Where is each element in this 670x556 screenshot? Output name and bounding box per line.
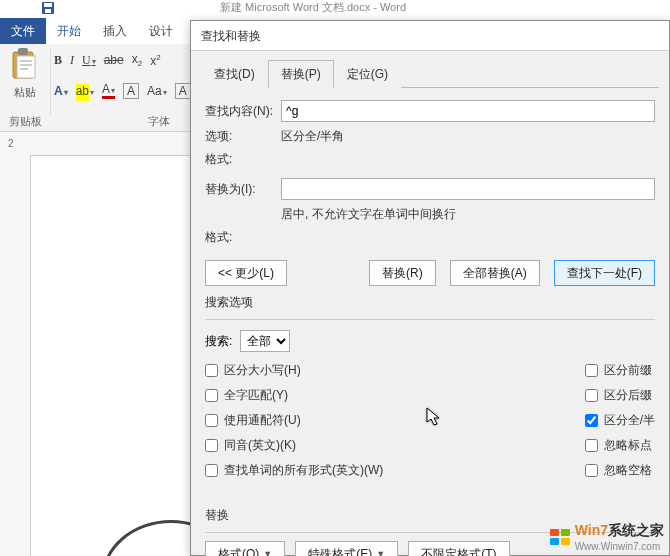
replace-note: 居中, 不允许文字在单词中间换行	[281, 206, 655, 223]
paste-icon	[2, 48, 48, 83]
font-row1: B I U▾ abe x2 x2	[54, 52, 161, 68]
less-button[interactable]: << 更少(L)	[205, 260, 287, 286]
svg-rect-1	[44, 3, 52, 7]
subscript-button[interactable]: x2	[132, 52, 142, 68]
search-direction-select[interactable]: 全部	[240, 330, 290, 352]
ruler-number: 2	[8, 138, 14, 149]
text-effects-button[interactable]: A▾	[54, 84, 68, 98]
tab-goto[interactable]: 定位(G)	[334, 60, 401, 88]
find-format-label: 格式:	[205, 151, 281, 168]
check-match-case[interactable]: 区分大小写(H)	[205, 362, 383, 379]
tab-replace[interactable]: 替换(P)	[268, 60, 334, 88]
superscript-button[interactable]: x2	[150, 53, 160, 68]
tab-home[interactable]: 开始	[46, 18, 92, 44]
check-prefix[interactable]: 区分前缀	[585, 362, 655, 379]
font-row2: A▾ ab▾ A▾ A Aa▾ A	[54, 82, 191, 99]
svg-rect-5	[17, 56, 35, 78]
svg-rect-2	[45, 9, 51, 13]
search-direction-label: 搜索:	[205, 333, 232, 350]
check-sounds-like[interactable]: 同音(英文)(K)	[205, 437, 383, 454]
file-tab[interactable]: 文件	[0, 18, 46, 44]
clipboard-group-label: 剪贴板	[4, 114, 46, 129]
tab-find[interactable]: 查找(D)	[201, 60, 268, 88]
paste-label: 粘贴	[2, 85, 48, 100]
watermark-url: Www.Winwin7.com	[575, 541, 661, 552]
check-wildcards[interactable]: 使用通配符(U)	[205, 412, 383, 429]
check-full-half[interactable]: 区分全/半	[585, 412, 655, 429]
replace-format-label: 格式:	[205, 229, 281, 246]
check-word-forms[interactable]: 查找单词的所有形式(英文)(W)	[205, 462, 383, 479]
dialog-title: 查找和替换	[191, 21, 669, 51]
special-button[interactable]: 特殊格式(E)▼	[295, 541, 398, 556]
svg-rect-6	[20, 60, 32, 62]
bold-button[interactable]: B	[54, 53, 62, 68]
save-icon[interactable]	[42, 2, 54, 14]
svg-rect-7	[20, 64, 32, 66]
window-title: 新建 Microsoft Word 文档.docx - Word	[220, 1, 406, 13]
font-color-button[interactable]: A▾	[102, 82, 115, 99]
replace-input[interactable]	[281, 178, 655, 200]
font-group-label: 字体	[148, 114, 170, 129]
highlight-button[interactable]: ab▾	[76, 84, 94, 98]
tab-insert[interactable]: 插入	[92, 18, 138, 44]
check-ignore-punct[interactable]: 忽略标点	[585, 437, 655, 454]
dialog-body: 查找内容(N): 选项: 区分全/半角 格式: 替换为(I): 居中, 不允许文…	[191, 88, 669, 556]
char-border-button[interactable]: A	[175, 83, 191, 99]
find-input[interactable]	[281, 100, 655, 122]
watermark: Win7系统之家 Www.Winwin7.com	[549, 522, 664, 552]
svg-rect-8	[20, 68, 28, 70]
options-value: 区分全/半角	[281, 128, 655, 145]
find-replace-dialog: 查找和替换 查找(D) 替换(P) 定位(G) 查找内容(N): 选项: 区分全…	[190, 20, 670, 556]
dialog-tabs: 查找(D) 替换(P) 定位(G)	[201, 59, 659, 88]
ribbon-separator	[50, 48, 51, 115]
watermark-brand: Win7系统之家	[575, 522, 664, 538]
replace-label: 替换为(I):	[205, 181, 281, 198]
checks-right: 区分前缀 区分后缀 区分全/半 忽略标点 忽略空格	[585, 362, 655, 479]
replace-button[interactable]: 替换(R)	[369, 260, 436, 286]
search-options-label: 搜索选项	[205, 294, 655, 311]
replace-all-button[interactable]: 全部替换(A)	[450, 260, 540, 286]
enclose-chars-button[interactable]: Aa▾	[147, 84, 167, 98]
format-button[interactable]: 格式(O)▼	[205, 541, 285, 556]
title-bar: 新建 Microsoft Word 文档.docx - Word	[0, 0, 670, 18]
options-label: 选项:	[205, 128, 281, 145]
no-format-button[interactable]: 不限定格式(T)	[408, 541, 509, 556]
char-shading-button[interactable]: A	[123, 83, 139, 99]
paste-group[interactable]: 粘贴	[2, 48, 48, 100]
tab-design[interactable]: 设计	[138, 18, 184, 44]
check-whole-word[interactable]: 全字匹配(Y)	[205, 387, 383, 404]
check-suffix[interactable]: 区分后缀	[585, 387, 655, 404]
strikethrough-button[interactable]: abe	[104, 53, 124, 67]
svg-rect-4	[18, 48, 28, 55]
checks-left: 区分大小写(H) 全字匹配(Y) 使用通配符(U) 同音(英文)(K) 查找单词…	[205, 362, 383, 479]
check-ignore-space[interactable]: 忽略空格	[585, 462, 655, 479]
italic-button[interactable]: I	[70, 53, 74, 68]
underline-button[interactable]: U▾	[82, 53, 96, 68]
find-label: 查找内容(N):	[205, 103, 281, 120]
windows-flag-icon	[549, 528, 571, 546]
find-next-button[interactable]: 查找下一处(F)	[554, 260, 655, 286]
